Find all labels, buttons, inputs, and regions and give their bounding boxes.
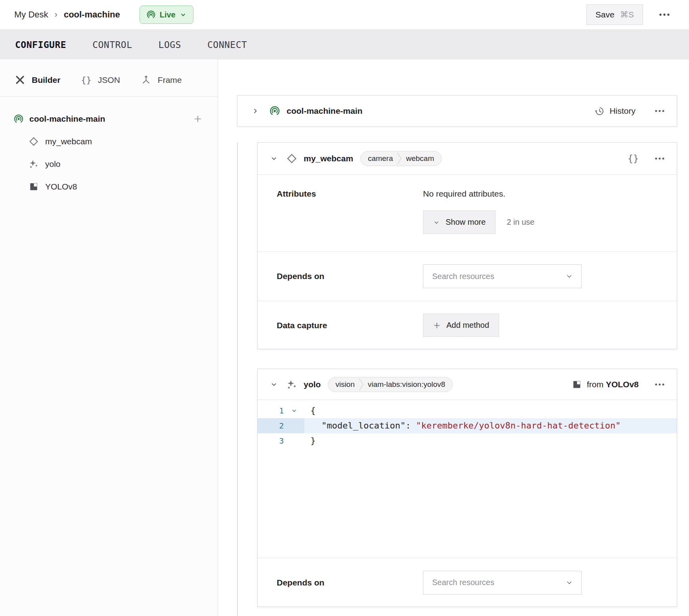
service-card-yolo: yolo vision viam-labs:vision:yolov8 xyxy=(257,369,677,607)
view-toggle-frame[interactable]: Frame xyxy=(141,75,182,85)
chevron-right-icon[interactable] xyxy=(252,107,259,115)
data-capture-section: Data capture Add method xyxy=(258,301,677,349)
module-icon xyxy=(29,182,39,192)
component-type-badge: camera webcam xyxy=(360,151,442,166)
service-card-header: yolo vision viam-labs:vision:yolov8 xyxy=(258,369,677,400)
from-label: from xyxy=(587,380,603,389)
module-source-link[interactable]: from YOLOv8 xyxy=(572,379,639,390)
builder-tools-icon xyxy=(15,75,25,85)
service-model: viam-labs:vision:yolov8 xyxy=(364,380,452,389)
view-toggle-label: Frame xyxy=(158,75,182,85)
live-status-label: Live xyxy=(160,10,176,19)
tab-control[interactable]: CONTROL xyxy=(92,40,132,50)
view-toggle: Builder {} JSON Frame xyxy=(0,59,218,97)
show-more-button[interactable]: Show more xyxy=(423,210,496,234)
code-line: 3 } xyxy=(258,433,677,448)
tree-item-machine-part[interactable]: cool-machine-main xyxy=(0,108,218,130)
line-number: 3 xyxy=(258,433,284,448)
edit-json-button[interactable]: {} xyxy=(628,153,639,164)
component-card-header: my_webcam camera webcam {} xyxy=(258,143,677,175)
tree-item-label: YOLOv8 xyxy=(45,182,77,191)
badge-divider-icon xyxy=(359,377,364,392)
data-capture-label: Data capture xyxy=(277,321,423,330)
attributes-in-use-count: 2 in use xyxy=(507,218,534,227)
service-menu-button[interactable] xyxy=(653,381,666,388)
broadcast-icon xyxy=(269,105,280,117)
tab-connect[interactable]: CONNECT xyxy=(207,40,247,50)
component-name: my_webcam xyxy=(304,154,353,163)
attributes-label: Attributes xyxy=(277,189,423,251)
attributes-note: No required attributes. xyxy=(423,189,534,199)
config-sidebar: Builder {} JSON Frame xyxy=(0,59,218,616)
from-module-name: YOLOv8 xyxy=(606,380,639,389)
history-button[interactable]: History xyxy=(594,106,635,117)
breadcrumb: My Desk › cool-machine xyxy=(14,10,120,20)
view-toggle-label: Builder xyxy=(32,75,60,85)
tab-configure[interactable]: CONFIGURE xyxy=(15,40,66,50)
service-type-badge: vision viam-labs:vision:yolov8 xyxy=(328,377,453,392)
view-toggle-json[interactable]: {} JSON xyxy=(81,75,120,85)
depends-on-select[interactable]: Search resources xyxy=(423,264,582,288)
config-builder-canvas: cool-machine-main History xyxy=(218,59,689,616)
json-string-value: "keremberke/yolov8n-hard-hat-detection" xyxy=(416,421,621,430)
code-text: } xyxy=(304,433,316,448)
braces-icon: {} xyxy=(81,75,92,85)
code-text: { xyxy=(304,403,316,418)
chevron-down-icon xyxy=(565,272,573,280)
depends-on-label: Depends on xyxy=(277,272,423,281)
save-shortcut: ⌘S xyxy=(620,10,634,19)
part-menu-button[interactable] xyxy=(653,108,666,114)
tree-item-yolov8-module[interactable]: YOLOv8 xyxy=(0,175,218,198)
module-icon xyxy=(572,379,582,390)
vision-sparkles-icon xyxy=(286,379,297,390)
code-text: "model_location":"keremberke/yolov8n-har… xyxy=(304,418,621,433)
top-bar: My Desk › cool-machine Live Save ⌘S xyxy=(0,0,689,30)
tree-item-yolo[interactable]: yolo xyxy=(0,153,218,175)
nesting-guide-line xyxy=(237,142,238,616)
code-fold-toggle[interactable] xyxy=(284,408,304,413)
code-line-active: 2 "model_location":"keremberke/yolov8n-h… xyxy=(258,418,677,433)
add-method-label: Add method xyxy=(446,321,489,330)
view-toggle-builder[interactable]: Builder xyxy=(15,75,60,85)
badge-divider-icon xyxy=(397,151,402,166)
attributes-section: Attributes No required attributes. Show … xyxy=(258,175,677,251)
machine-tab-bar: CONFIGURE CONTROL LOGS CONNECT xyxy=(0,30,689,59)
chevron-down-icon[interactable] xyxy=(270,381,278,388)
service-type: vision xyxy=(328,380,359,389)
live-status-dropdown[interactable]: Live xyxy=(140,6,193,24)
frame-axes-icon xyxy=(141,75,151,85)
camera-component-icon xyxy=(286,153,297,164)
attributes-json-editor[interactable]: 1 { 2 "model_location":"keremberke/yolov… xyxy=(258,400,677,558)
tree-item-label: cool-machine-main xyxy=(29,114,105,124)
depends-on-label: Depends on xyxy=(277,578,423,587)
broadcast-icon xyxy=(146,10,156,19)
add-method-button[interactable]: Add method xyxy=(423,314,499,337)
component-menu-button[interactable] xyxy=(653,155,666,162)
chevron-down-icon[interactable] xyxy=(270,155,278,162)
breadcrumb-location[interactable]: My Desk xyxy=(14,10,48,20)
component-card-my-webcam: my_webcam camera webcam {} Attributes No… xyxy=(257,142,677,349)
tree-item-label: my_webcam xyxy=(45,137,92,146)
line-number: 1 xyxy=(258,403,284,418)
component-model: webcam xyxy=(402,154,441,163)
depends-on-select[interactable]: Search resources xyxy=(423,571,582,595)
broadcast-icon xyxy=(13,114,24,124)
component-type: camera xyxy=(361,154,397,163)
tree-item-label: yolo xyxy=(45,159,61,169)
tab-logs[interactable]: LOGS xyxy=(159,40,181,50)
history-label: History xyxy=(610,106,635,116)
machine-menu-button[interactable] xyxy=(657,11,672,18)
history-clock-icon xyxy=(594,106,605,117)
code-line: 1 { xyxy=(258,403,677,418)
depends-on-placeholder: Search resources xyxy=(432,272,494,281)
save-label: Save xyxy=(595,10,614,19)
depends-on-placeholder: Search resources xyxy=(432,578,494,587)
add-resource-button[interactable] xyxy=(193,114,203,124)
service-name: yolo xyxy=(304,380,321,389)
breadcrumb-separator-icon: › xyxy=(55,10,57,20)
plus-icon xyxy=(433,321,441,329)
tree-item-my-webcam[interactable]: my_webcam xyxy=(0,130,218,153)
vision-sparkles-icon xyxy=(29,159,39,169)
save-button[interactable]: Save ⌘S xyxy=(586,4,643,25)
view-toggle-label: JSON xyxy=(98,75,120,85)
